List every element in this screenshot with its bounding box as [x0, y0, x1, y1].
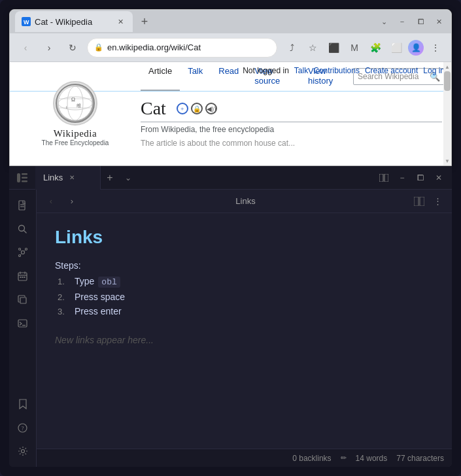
wikipedia-user-bar: Not logged in Talk Contributions Create … — [243, 66, 445, 75]
browser-close-button[interactable]: ✕ — [432, 14, 446, 29]
obsidian-placeholder-text: New links appear here... — [55, 335, 434, 345]
new-tab-button[interactable]: + — [135, 12, 154, 31]
wikipedia-article: Cat + 🔒 ◀)) From Wikipedia, the free enc… — [10, 92, 451, 156]
obsidian-editor-header: ‹ › Links ⋮ — [37, 190, 452, 213]
obsidian-split-button[interactable] — [376, 170, 392, 186]
svg-point-21 — [18, 248, 20, 250]
wiki-talk-link[interactable]: Talk — [294, 66, 308, 75]
obsidian-main: ? ‹ › Links — [9, 190, 452, 467]
words-status[interactable]: 14 words — [356, 454, 388, 463]
extension1-icon[interactable]: ⬛ — [324, 39, 343, 57]
avatar[interactable]: 👤 — [408, 40, 424, 56]
tab-favicon: W — [22, 17, 31, 26]
obsidian-files-icon[interactable] — [12, 195, 33, 216]
obsidian-copy-icon[interactable] — [12, 289, 33, 310]
obsidian-status-bar: 0 backlinks ✏ 14 words 77 characters — [37, 449, 452, 467]
obsidian-tab-close-button[interactable]: ✕ — [67, 173, 77, 183]
svg-line-26 — [20, 254, 21, 255]
svg-point-18 — [19, 225, 25, 231]
browser-restore-button[interactable]: ⧠ — [413, 14, 428, 29]
obsidian-restore-button[interactable]: ⧠ — [413, 170, 428, 186]
wiki-tab-talk[interactable]: Talk — [180, 62, 211, 91]
active-tab[interactable]: W Cat - Wikipedia ✕ — [15, 11, 133, 32]
obsidian-header-actions: ⋮ — [411, 194, 445, 209]
obsidian-tab-links[interactable]: Links ✕ — [35, 166, 101, 190]
scrollbar-thumb[interactable] — [444, 71, 451, 91]
article-lock-icon[interactable]: 🔒 — [191, 103, 203, 114]
wiki-create-account-link[interactable]: Create account — [365, 66, 418, 75]
svg-line-19 — [24, 230, 27, 233]
wiki-action-read[interactable]: Read — [211, 62, 247, 91]
url-bar[interactable]: 🔒 en.wikipedia.org/wiki/Cat — [87, 38, 277, 58]
obsidian-window-controls: − ⧠ ✕ — [376, 170, 452, 186]
url-text: en.wikipedia.org/wiki/Cat — [107, 42, 201, 52]
obsidian-split-view-button[interactable] — [411, 194, 427, 209]
bookmark-star-icon[interactable]: ☆ — [303, 39, 322, 57]
address-bar: ‹ › ↻ 🔒 en.wikipedia.org/wiki/Cat ⤴ ☆ ⬛ … — [10, 33, 451, 62]
svg-rect-40 — [414, 197, 418, 206]
wiki-login-link[interactable]: Log in — [423, 66, 445, 75]
chrome-menu-icon[interactable]: ⋮ — [426, 39, 445, 57]
extension2-icon[interactable]: M — [345, 39, 364, 57]
obsidian-more-button[interactable]: ⋮ — [430, 194, 445, 209]
scrollbar-down-arrow[interactable]: ▼ — [444, 158, 451, 164]
svg-rect-11 — [22, 177, 27, 178]
share-icon[interactable]: ⤴ — [282, 39, 301, 57]
chars-status[interactable]: 77 characters — [396, 454, 444, 463]
obsidian-tab-dropdown[interactable]: ⌄ — [119, 169, 137, 187]
sidebar-toggle-icon[interactable]: ⬜ — [387, 39, 405, 57]
svg-rect-13 — [379, 174, 383, 182]
forward-button[interactable]: › — [40, 39, 58, 57]
obsidian-new-tab-button[interactable]: + — [101, 169, 119, 187]
svg-rect-33 — [24, 277, 26, 278]
obsidian-help-icon[interactable]: ? — [12, 417, 33, 438]
tab-close-button[interactable]: ✕ — [114, 16, 126, 27]
back-button[interactable]: ‹ — [16, 39, 35, 57]
browser-minimize-button[interactable]: − — [395, 14, 409, 29]
browser-dropdown-button[interactable]: ⌄ — [377, 14, 391, 29]
obsidian-bookmark-icon[interactable] — [12, 394, 33, 415]
obsidian-search-icon[interactable] — [12, 218, 33, 239]
obsidian-tab-bar: Links ✕ + ⌄ − ⧠ ✕ — [9, 166, 452, 190]
wiki-contributions-link[interactable]: Contributions — [313, 66, 360, 75]
obsidian-calendar-icon[interactable] — [12, 265, 33, 286]
browser-window: W Cat - Wikipedia ✕ + ⌄ − ⧠ ✕ ‹ › ↻ 🔒 en… — [9, 9, 452, 166]
obsidian-step-2: 2. Press space — [55, 292, 434, 302]
reload-button[interactable]: ↻ — [63, 39, 82, 57]
lock-icon: 🔒 — [94, 43, 103, 52]
wikipedia-content: Ω 维 i Wikipedia The Free Encyclopedia No… — [10, 62, 451, 165]
article-plus-icon[interactable]: + — [177, 103, 188, 114]
scrollbar-up-arrow[interactable]: ▲ — [444, 63, 451, 70]
obsidian-settings-icon[interactable] — [12, 441, 33, 462]
tab-title: Cat - Wikipedia — [35, 17, 92, 27]
svg-rect-9 — [17, 173, 20, 182]
toolbar-icons: ⤴ ☆ ⬛ M 🧩 ⬜ 👤 ⋮ — [282, 39, 445, 57]
article-title-text: Cat — [141, 98, 166, 119]
obsidian-forward-button[interactable]: › — [64, 194, 80, 209]
obsidian-minimize-button[interactable]: − — [394, 170, 410, 186]
obsidian-close-button[interactable]: ✕ — [431, 170, 447, 186]
step-3-text: Press enter — [75, 306, 122, 316]
backlinks-status[interactable]: 0 backlinks — [292, 454, 331, 463]
puzzle-icon[interactable]: 🧩 — [366, 39, 384, 57]
obsidian-graph-icon[interactable] — [12, 242, 33, 263]
wikipedia-tagline: From Wikipedia, the free encyclopedia — [141, 125, 442, 134]
svg-rect-35 — [18, 320, 27, 327]
step-1-code: obl — [98, 277, 120, 288]
edit-icon-status: ✏ — [341, 454, 347, 462]
char-count: 77 characters — [396, 454, 444, 463]
not-logged-in-label: Not logged in — [243, 66, 289, 75]
browser-scrollbar[interactable]: ▲ ▼ — [443, 62, 451, 165]
svg-point-20 — [21, 251, 24, 254]
app-shell: W Cat - Wikipedia ✕ + ⌄ − ⧠ ✕ ‹ › ↻ 🔒 en… — [0, 0, 461, 476]
obsidian-steps-label: Steps: — [55, 260, 434, 271]
svg-point-22 — [25, 248, 27, 250]
svg-rect-31 — [20, 277, 22, 278]
step-3-num: 3. — [58, 307, 71, 316]
obsidian-back-button[interactable]: ‹ — [43, 194, 59, 209]
obsidian-sidebar-toggle[interactable] — [9, 166, 35, 190]
svg-rect-12 — [22, 180, 27, 182]
article-audio-icon[interactable]: ◀)) — [205, 103, 217, 114]
obsidian-terminal-icon[interactable] — [12, 313, 33, 333]
wiki-tab-article[interactable]: Article — [141, 62, 180, 91]
